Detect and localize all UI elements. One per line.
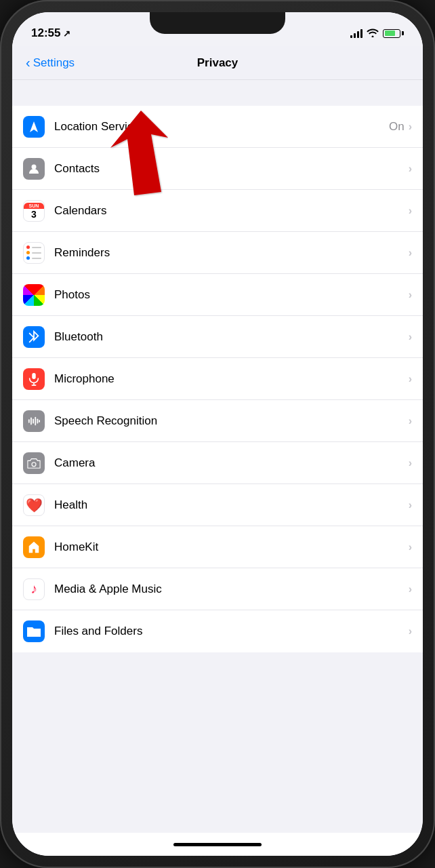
homekit-icon: [23, 536, 45, 558]
settings-item-bluetooth[interactable]: Bluetooth ›: [12, 316, 423, 358]
wifi-icon: [367, 28, 379, 39]
signal-bar-1: [350, 35, 352, 38]
time-display: 12:55: [31, 26, 60, 40]
settings-list[interactable]: Location Services On › Contacts: [12, 106, 423, 833]
settings-item-reminders[interactable]: Reminders ›: [12, 232, 423, 274]
location-services-label: Location Services: [54, 120, 389, 134]
settings-item-photos[interactable]: Photos ›: [12, 274, 423, 316]
photos-label: Photos: [54, 288, 409, 302]
settings-item-contacts[interactable]: Contacts ›: [12, 148, 423, 190]
contacts-icon: [23, 158, 45, 180]
page-title: Privacy: [197, 56, 239, 70]
signal-bar-2: [354, 33, 356, 38]
calendars-label: Calendars: [54, 204, 409, 218]
bluetooth-chevron: ›: [409, 331, 412, 343]
health-chevron: ›: [409, 499, 412, 511]
section-header: [12, 80, 423, 106]
reminders-label: Reminders: [54, 246, 409, 260]
status-right: [350, 28, 404, 39]
svg-point-11: [33, 462, 36, 466]
files-and-folders-label: Files and Folders: [54, 625, 409, 638]
location-arrow-icon: ↗: [63, 28, 70, 39]
calendars-icon: SUN 3: [23, 200, 45, 222]
screen-content: 12:55 ↗: [12, 12, 423, 856]
settings-item-files-and-folders[interactable]: Files and Folders ›: [12, 610, 423, 652]
svg-rect-6: [33, 418, 34, 423]
photos-chevron: ›: [409, 289, 412, 301]
settings-item-microphone[interactable]: Microphone ›: [12, 358, 423, 400]
back-chevron-icon: ‹: [26, 55, 30, 71]
location-services-chevron: ›: [409, 121, 412, 133]
svg-point-0: [32, 164, 37, 169]
navigation-bar: ‹ Settings Privacy: [12, 46, 423, 80]
settings-item-media-apple-music[interactable]: ♪ Media & Apple Music ›: [12, 568, 423, 610]
settings-item-location-services[interactable]: Location Services On ›: [12, 106, 423, 148]
camera-label: Camera: [54, 456, 409, 470]
settings-item-homekit[interactable]: HomeKit ›: [12, 526, 423, 568]
bluetooth-label: Bluetooth: [54, 330, 409, 344]
files-and-folders-chevron: ›: [409, 625, 412, 637]
health-label: Health: [54, 498, 409, 512]
media-apple-music-icon: ♪: [23, 578, 45, 600]
contacts-label: Contacts: [54, 162, 409, 176]
signal-bar-4: [360, 29, 362, 38]
status-time: 12:55 ↗: [31, 26, 70, 40]
home-indicator[interactable]: [12, 833, 423, 856]
bluetooth-icon: [23, 326, 45, 348]
signal-bar-3: [357, 31, 359, 38]
speech-recognition-label: Speech Recognition: [54, 414, 409, 428]
svg-rect-8: [37, 418, 39, 423]
microphone-label: Microphone: [54, 372, 409, 386]
phone-screen: 12:55 ↗: [12, 12, 423, 856]
settings-item-camera[interactable]: Camera ›: [12, 442, 423, 484]
media-apple-music-chevron: ›: [409, 583, 412, 595]
calendars-chevron: ›: [409, 205, 412, 217]
contacts-chevron: ›: [409, 163, 412, 175]
health-icon: ❤️: [23, 494, 45, 516]
settings-item-calendars[interactable]: SUN 3 Calendars ›: [12, 190, 423, 232]
microphone-chevron: ›: [409, 373, 412, 385]
svg-rect-7: [35, 416, 36, 425]
signal-bars: [350, 28, 362, 38]
microphone-icon: [23, 368, 45, 390]
back-button[interactable]: ‹ Settings: [26, 56, 75, 71]
files-and-folders-icon: [23, 620, 45, 642]
photos-icon: [23, 284, 45, 306]
svg-rect-9: [39, 420, 40, 422]
svg-rect-4: [28, 419, 30, 422]
svg-rect-1: [32, 372, 35, 378]
battery-icon: [383, 29, 404, 38]
reminders-icon: [23, 242, 45, 264]
homekit-chevron: ›: [409, 541, 412, 553]
speech-recognition-icon: [23, 410, 45, 432]
location-services-value: On: [389, 120, 405, 134]
reminders-chevron: ›: [409, 247, 412, 259]
settings-item-speech-recognition[interactable]: Speech Recognition ›: [12, 400, 423, 442]
svg-rect-5: [30, 417, 32, 425]
scroll-inner: Location Services On › Contacts: [12, 106, 423, 652]
media-apple-music-label: Media & Apple Music: [54, 583, 409, 596]
home-bar: [173, 843, 262, 846]
notch: [150, 12, 285, 34]
phone-frame: 12:55 ↗: [0, 0, 435, 868]
camera-chevron: ›: [409, 457, 412, 469]
location-services-icon: [23, 116, 45, 138]
camera-icon: [23, 452, 45, 474]
back-label: Settings: [33, 56, 75, 70]
settings-item-health[interactable]: ❤️ Health ›: [12, 484, 423, 526]
speech-recognition-chevron: ›: [409, 415, 412, 427]
homekit-label: HomeKit: [54, 540, 409, 554]
